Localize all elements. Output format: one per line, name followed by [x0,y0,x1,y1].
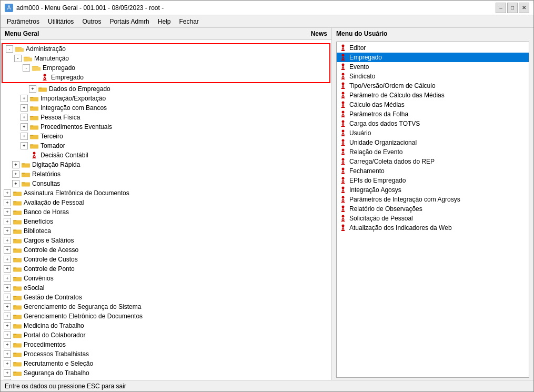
expand-controle-custos[interactable]: + [4,256,11,263]
user-menu-item[interactable]: Carga dos dados TOTVS [337,119,529,128]
tree-item-relatorios[interactable]: + Relatórios [1,169,331,179]
expand-tomador[interactable]: + [21,142,28,149]
tree-item-seguranca[interactable]: + Segurança do Trabalho [1,368,331,378]
expand-digitacao[interactable]: + [12,161,19,168]
expand-seguranca[interactable]: + [4,369,11,377]
tree-item-cargos[interactable]: + Cargos e Salários [1,236,331,245]
user-menu-item[interactable]: Evento [337,62,529,72]
user-menu-item[interactable]: Fechamento [337,166,529,176]
tree-item-empregado-folder[interactable]: - Empregado [3,63,329,73]
tree-item-dados[interactable]: + Dados do Empregado [1,84,331,94]
tree-item-avaliacao[interactable]: + Avaliação de Pessoal [1,198,331,207]
tree-item-procedimentos[interactable]: + Procedimentos [1,340,331,349]
user-menu-item[interactable]: Atualização dos Indicadores da Web [337,223,529,233]
expand-integracao[interactable]: + [21,104,28,112]
user-menu-item[interactable]: Carrega/Coleta dados do REP [337,157,529,166]
expand-ger-seg[interactable]: + [4,303,11,310]
tree-item-controle-custos[interactable]: + Controle de Custos [1,255,331,264]
user-menu-item[interactable]: Cálculo das Médias [337,100,529,109]
menu-help[interactable]: Help [154,17,175,26]
expand-procedimentos[interactable]: + [4,341,11,348]
expand-portal[interactable]: + [4,331,11,339]
menu-utilitarios[interactable]: Utilitários [44,17,78,26]
tree-item-proc[interactable]: + Procedimentos Eventuais [1,122,331,132]
tree-item-empregado-run[interactable]: Empregado [3,73,329,82]
tree-item-controle-acesso[interactable]: + Controle de Acesso [1,245,331,255]
expand-biblioteca[interactable]: + [4,227,11,235]
tree-item-processos[interactable]: + Processos Trabalhistas [1,349,331,359]
user-menu-item[interactable]: Empregado [337,53,529,62]
expand-pessoa[interactable]: + [21,114,28,121]
tree-item-banco-horas[interactable]: + Banco de Horas [1,207,331,217]
expand-medicina[interactable]: + [4,322,11,329]
tree-container[interactable]: - Administração - Manutenção - Empr [1,40,331,380]
user-menu-item[interactable]: Parâmetros da Folha [337,109,529,119]
expand-relatorios[interactable]: + [12,170,19,178]
expand-recrutamento[interactable]: + [4,360,11,367]
expand-processos[interactable]: + [4,350,11,358]
user-menu-box[interactable]: Editor Empregado Evento Sindicato Tipo/V… [336,42,529,378]
user-menu-item[interactable]: Integração Agosys [337,185,529,195]
expand-importacao[interactable]: + [21,95,28,102]
expand-convenios[interactable]: + [4,275,11,282]
tree-item-gestao[interactable]: + Gestão de Contratos [1,293,331,302]
menu-portais[interactable]: Portais Admrh [105,17,153,26]
menu-parametros[interactable]: Parâmetros [3,17,44,26]
tree-item-recrutamento[interactable]: + Recrutamento e Seleção [1,359,331,368]
menu-fechar[interactable]: Fechar [175,17,203,26]
tree-item-pessoa[interactable]: + Pessoa Física [1,113,331,122]
expand-manutencao[interactable]: - [14,55,22,62]
user-menu-item[interactable]: Sindicato [337,72,529,81]
tree-item-integracao[interactable]: + Integração com Bancos [1,103,331,113]
user-menu-item[interactable]: Tipo/Versão/Ordem de Cálculo [337,81,529,91]
tree-item-controle-ponto[interactable]: + Controle de Ponto [1,264,331,274]
tree-item-convenios[interactable]: + Convênios [1,274,331,283]
tree-item-consultas[interactable]: + Consultas [1,179,331,188]
tree-item-ger-elet[interactable]: + Gerenciamento Eletrônico de Documentos [1,311,331,321]
user-menu-item[interactable]: Unidade Organizacional [337,138,529,147]
user-menu-item[interactable]: Parâmetro de Cálculo das Médias [337,91,529,100]
expand-proc[interactable]: + [21,123,28,130]
tree-item-assinatura[interactable]: + Assinatura Eletrônica de Documentos [1,188,331,198]
expand-esocial[interactable]: + [4,284,11,292]
tree-item-esocial[interactable]: + eSocial [1,283,331,293]
expand-avaliacao[interactable]: + [4,199,11,206]
expand-assinatura[interactable]: + [4,189,11,197]
svg-rect-74 [13,372,16,373]
tree-item-biblioteca[interactable]: + Biblioteca [1,226,331,236]
expand-ger-elet[interactable]: + [4,313,11,320]
minimize-button[interactable]: – [496,3,506,13]
tree-item-terceiro[interactable]: + Terceiro [1,132,331,141]
tree-item-tomador[interactable]: + Tomador [1,141,331,150]
user-menu-item[interactable]: Usuário [337,128,529,138]
expand-empregado[interactable]: - [23,64,30,72]
tree-item-importacao[interactable]: + Importação/Exportação [1,94,331,103]
tree-item-manutencao[interactable]: - Manutenção [3,54,329,63]
tree-item-admin[interactable]: - Administração [3,44,329,54]
expand-controle-ponto[interactable]: + [4,265,11,273]
tree-item-portal[interactable]: + Portal do Colaborador [1,330,331,340]
expand-controle-acesso[interactable]: + [4,246,11,254]
expand-banco-horas[interactable]: + [4,208,11,216]
menu-outros[interactable]: Outros [78,17,105,26]
expand-cargos[interactable]: + [4,237,11,244]
user-menu-item[interactable]: EPIs do Empregado [337,176,529,185]
expand-consultas[interactable]: + [12,180,19,187]
expand-terceiro[interactable]: + [21,133,28,140]
user-menu-item[interactable]: Relação de Evento [337,147,529,157]
maximize-button[interactable]: □ [507,3,518,13]
tree-item-ger-seg[interactable]: + Gerenciamento de Segurança do Sistema [1,302,331,311]
expand-dados[interactable]: + [29,85,36,93]
expand-beneficios[interactable]: + [4,218,11,225]
user-menu-item[interactable]: Parâmetros de Integração com Agrosys [337,195,529,204]
expand-gestao[interactable]: + [4,294,11,301]
user-menu-item[interactable]: Solicitação de Pessoal [337,214,529,223]
tree-item-medicina[interactable]: + Medicina do Trabalho [1,321,331,330]
close-button[interactable]: ✕ [519,3,529,13]
expand-admin[interactable]: - [6,45,13,53]
tree-item-digitacao[interactable]: + Digitação Rápida [1,160,331,169]
user-menu-item[interactable]: Editor [337,43,529,53]
tree-item-decisao[interactable]: Decisão Contábil [1,150,331,160]
tree-item-beneficios[interactable]: + Benefícios [1,217,331,226]
user-menu-item[interactable]: Relatório de Observações [337,204,529,214]
